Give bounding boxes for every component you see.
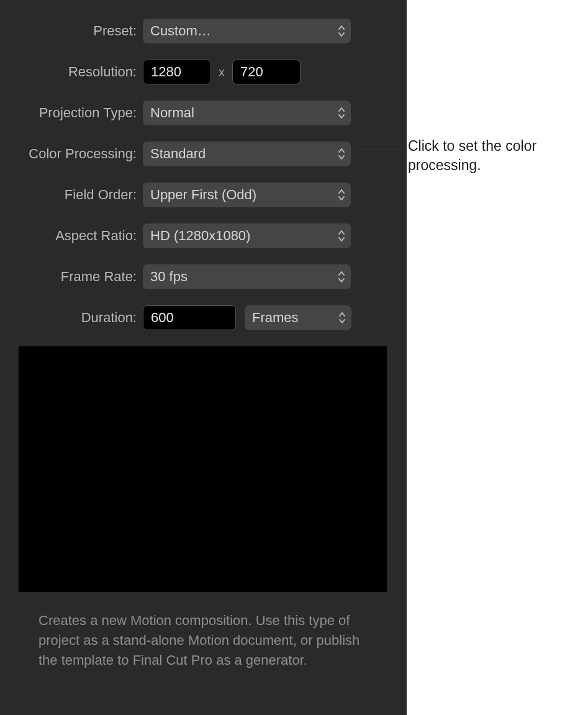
frame-rate-popup[interactable]: 30 fps: [143, 264, 351, 289]
updown-arrows-icon: [337, 229, 346, 243]
preset-row: Preset: Custom…: [0, 19, 407, 43]
aspect-ratio-label: Aspect Ratio:: [0, 228, 143, 244]
frame-rate-row: Frame Rate: 30 fps: [0, 264, 407, 289]
updown-arrows-icon: [338, 311, 346, 325]
aspect-ratio-value: HD (1280x1080): [150, 228, 250, 243]
frame-rate-value: 30 fps: [150, 269, 188, 284]
projection-popup[interactable]: Normal: [143, 101, 351, 125]
duration-value: 600: [151, 310, 174, 325]
projection-row: Projection Type: Normal: [0, 101, 407, 125]
field-order-row: Field Order: Upper First (Odd): [0, 182, 407, 207]
updown-arrows-icon: [337, 24, 346, 38]
description-text: Creates a new Motion composition. Use th…: [38, 611, 382, 670]
duration-label: Duration:: [0, 310, 143, 326]
updown-arrows-icon: [337, 106, 346, 120]
duration-unit-popup[interactable]: Frames: [245, 305, 351, 330]
callout: Click to set the color processing.: [357, 133, 587, 182]
resolution-label: Resolution:: [0, 64, 143, 80]
resolution-separator: x: [211, 65, 232, 79]
preset-label: Preset:: [0, 23, 143, 39]
resolution-row: Resolution: 1280 x 720: [0, 60, 407, 84]
field-order-popup[interactable]: Upper First (Odd): [143, 182, 351, 207]
projection-value: Normal: [150, 105, 194, 120]
resolution-height-value: 720: [240, 64, 263, 79]
preset-value: Custom…: [150, 23, 211, 38]
preset-popup[interactable]: Custom…: [143, 19, 351, 43]
color-processing-popup[interactable]: Standard: [143, 142, 351, 166]
resolution-width-input[interactable]: 1280: [143, 60, 211, 84]
duration-input[interactable]: 600: [143, 305, 236, 330]
callout-line: [357, 149, 405, 150]
duration-unit-value: Frames: [252, 310, 299, 325]
updown-arrows-icon: [337, 188, 346, 202]
resolution-width-value: 1280: [151, 64, 181, 79]
field-order-label: Field Order:: [0, 187, 143, 203]
field-order-value: Upper First (Odd): [150, 187, 256, 202]
aspect-ratio-popup[interactable]: HD (1280x1080): [143, 223, 351, 248]
updown-arrows-icon: [337, 270, 346, 284]
callout-text: Click to set the color processing.: [408, 137, 587, 175]
resolution-height-input[interactable]: 720: [232, 60, 301, 84]
project-settings-panel: Preset: Custom… Resolution: 1280 x 720 P…: [0, 0, 407, 715]
color-processing-label: Color Processing:: [0, 146, 143, 162]
preview-area: [19, 346, 387, 592]
color-processing-row: Color Processing: Standard: [0, 142, 407, 166]
duration-row: Duration: 600 Frames: [0, 305, 407, 330]
aspect-ratio-row: Aspect Ratio: HD (1280x1080): [0, 223, 407, 248]
projection-label: Projection Type:: [0, 105, 143, 121]
updown-arrows-icon: [337, 147, 346, 161]
frame-rate-label: Frame Rate:: [0, 269, 143, 285]
color-processing-value: Standard: [150, 146, 206, 161]
